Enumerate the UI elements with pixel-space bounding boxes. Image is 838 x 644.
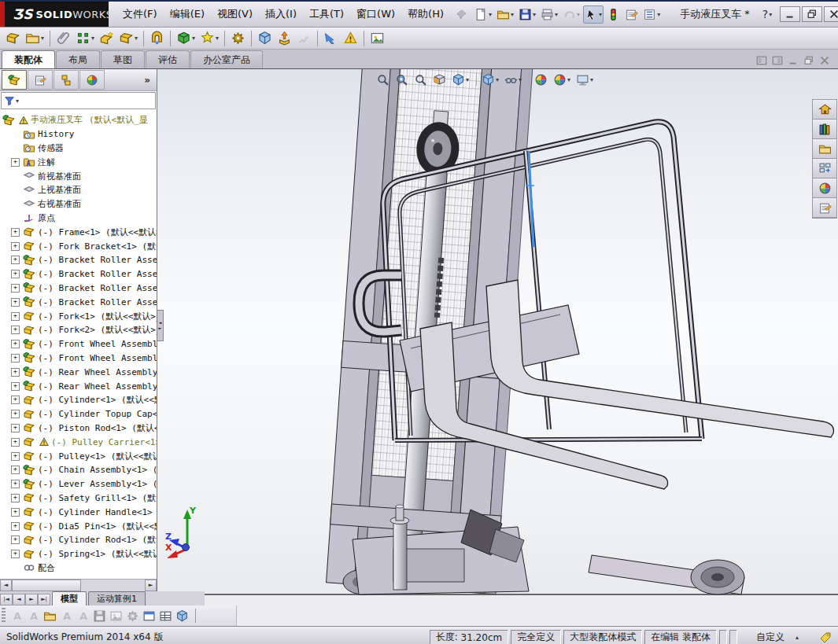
status-custom-dropdown[interactable]: 自定义▴ [740, 630, 815, 644]
expand-toggle[interactable]: + [11, 354, 20, 362]
expand-toggle[interactable]: + [11, 312, 20, 321]
expand-toggle[interactable]: + [11, 410, 20, 418]
tree-item[interactable]: +(-) Front Wheel Assembly<2 [0, 351, 157, 366]
tree-item[interactable]: +(-) Chain Assembly<1> (默 [0, 463, 157, 477]
tree-item[interactable]: +(-) Fork Bracket<1> (默认 [0, 239, 157, 253]
tree-root[interactable]: 手动液压叉车(默认<默认_显 [0, 113, 157, 127]
explode-line-sketch-button[interactable] [295, 28, 313, 48]
tree-item[interactable]: 原点 [0, 212, 157, 226]
nav-last-button[interactable]: ►| [38, 594, 50, 605]
preview-window-button[interactable] [368, 28, 386, 48]
zoom-area-button[interactable] [393, 72, 410, 87]
menu-文件(F)[interactable]: 文件(F) [116, 4, 164, 24]
expand-toggle[interactable]: + [11, 340, 20, 348]
view-palette-tab[interactable] [813, 159, 836, 178]
expand-toggle[interactable]: + [11, 452, 20, 461]
tree-item[interactable]: +(-) Piston Rod<1> (默认<< [0, 421, 157, 436]
scrollbar-track[interactable] [12, 580, 145, 591]
featuremanager-tree-tab[interactable] [2, 70, 27, 90]
tree-item[interactable]: +(-) Fork<2> (默认<<默认>_! [0, 323, 157, 337]
filter-funnel-icon[interactable] [4, 95, 15, 106]
zoom-fit-button[interactable] [375, 72, 391, 87]
edit-appearance-button[interactable] [533, 72, 549, 87]
tab-模型[interactable]: 模型 [52, 591, 87, 605]
expand-toggle[interactable]: + [11, 438, 20, 447]
expand-toggle[interactable]: + [11, 508, 20, 517]
expand-toggle[interactable]: + [11, 158, 20, 167]
help-button[interactable]: ?▾ [762, 8, 772, 20]
collapse-right-pane-button[interactable] [772, 55, 783, 66]
zoom-selected-button[interactable] [412, 72, 429, 87]
menu-帮助(H)[interactable]: 帮助(H) [401, 4, 450, 24]
displaymanager-tab[interactable] [79, 70, 105, 90]
configurationmanager-tab[interactable] [54, 70, 79, 90]
hide-show-items-button[interactable]: ▾ [503, 72, 523, 87]
tree-item[interactable]: 传感器 [0, 142, 157, 156]
tree-item[interactable]: 配合 [0, 561, 157, 576]
open-note-button[interactable] [43, 609, 57, 623]
expand-toggle[interactable]: + [11, 270, 20, 278]
motion-elements-button[interactable] [126, 609, 139, 623]
graphics-area[interactable]: ▾▾▾▾▾ Y Z X ◄► [157, 69, 838, 626]
expand-toggle[interactable]: + [11, 494, 20, 502]
menu-窗口(W)[interactable]: 窗口(W) [350, 4, 401, 24]
tree-item[interactable]: +(-) Bracket Roller Assembl [0, 295, 157, 309]
menu-编辑(E)[interactable]: 编辑(E) [164, 4, 211, 24]
expand-toggle[interactable]: + [11, 284, 20, 293]
note-button[interactable]: A [10, 609, 24, 623]
save-button[interactable]: ▾ [517, 6, 537, 24]
file-properties-button[interactable] [623, 6, 640, 24]
tree-item[interactable]: +(-) Safety Grill<1> (默认 [0, 491, 157, 506]
expand-toggle[interactable]: + [11, 466, 20, 474]
expand-toggle[interactable]: + [11, 228, 20, 237]
tree-horizontal-scrollbar[interactable]: ◄ ► [0, 579, 157, 591]
expand-toggle[interactable]: + [11, 382, 20, 391]
expand-toggle[interactable]: + [11, 535, 20, 544]
display-style-button[interactable]: ▾ [480, 72, 500, 87]
hide-show-components-button[interactable]: ▾ [117, 28, 139, 48]
tree-item[interactable]: +A注解 [0, 155, 157, 169]
menu-插入(I)[interactable]: 插入(I) [259, 4, 303, 24]
tree-item[interactable]: +(-) Lever Assembly<1> (默 [0, 477, 157, 491]
expand-toggle[interactable]: + [11, 396, 20, 404]
menu-pin-icon[interactable] [455, 8, 467, 20]
tree-item[interactable]: +(-) Pulley<1> (默认<<默认 [0, 449, 157, 463]
tree-item[interactable]: +(-) Cylinder Handle<1> (默 [0, 505, 157, 519]
expand-toggle[interactable]: + [11, 480, 20, 488]
new-button[interactable]: ▾ [473, 6, 493, 24]
apply-scene-button[interactable]: ▾ [552, 72, 572, 87]
tree-item[interactable]: +(-) Cylinder Topup Cap<1> [0, 407, 157, 421]
auto-balloon-button[interactable]: A [76, 609, 90, 623]
simulationxpress-button[interactable] [341, 28, 360, 48]
restore-doc-button[interactable] [803, 55, 814, 66]
expand-toggle[interactable]: + [11, 522, 20, 531]
annotation-table-button[interactable] [159, 609, 172, 623]
tree-item[interactable]: +(-) Rear Wheel Assembly<1 [0, 365, 157, 379]
scroll-left-button[interactable]: ◄ [0, 580, 12, 591]
section-view-button[interactable] [431, 72, 448, 87]
tree-item[interactable]: +(-) Bracket Roller Assembl [0, 253, 157, 267]
tree-item[interactable]: +(-) Cylinder<1> (默认<<默 [0, 393, 157, 407]
expand-toggle[interactable]: + [11, 550, 20, 558]
tab-评估[interactable]: 评估 [146, 50, 190, 68]
open-part-button[interactable]: ▾ [24, 28, 46, 48]
tab-运动算例1[interactable]: 运动算例1 [88, 591, 146, 605]
tree-item[interactable]: +(-) Fork<1> (默认<<默认>_! [0, 309, 157, 323]
tree-filter[interactable]: ▾ [1, 92, 156, 109]
close-doc-button[interactable] [819, 55, 830, 66]
rebuild-button[interactable] [605, 6, 622, 24]
nav-first-button[interactable]: |◄ [0, 594, 13, 605]
expand-toggle[interactable]: + [11, 424, 20, 432]
mate-button[interactable] [148, 28, 166, 48]
smart-fasteners-button[interactable] [98, 28, 116, 48]
balloon-button[interactable]: A [27, 609, 40, 623]
tree-item[interactable]: +(-) Dia5 Pin<1> (默认<<默 [0, 519, 157, 533]
panel-splitter-handle[interactable]: ◄► [157, 310, 164, 341]
attachment-button[interactable] [54, 28, 72, 48]
select-button[interactable]: ▾ [583, 6, 604, 24]
tree-item[interactable]: 前视基准面 [0, 169, 157, 183]
tree-item[interactable]: 上视基准面 [0, 183, 157, 197]
insert-components-button[interactable] [4, 28, 22, 48]
menu-视图(V)[interactable]: 视图(V) [211, 4, 259, 24]
tree-item[interactable]: +(-) Cylinder Rod<1> (默认 [0, 533, 157, 547]
